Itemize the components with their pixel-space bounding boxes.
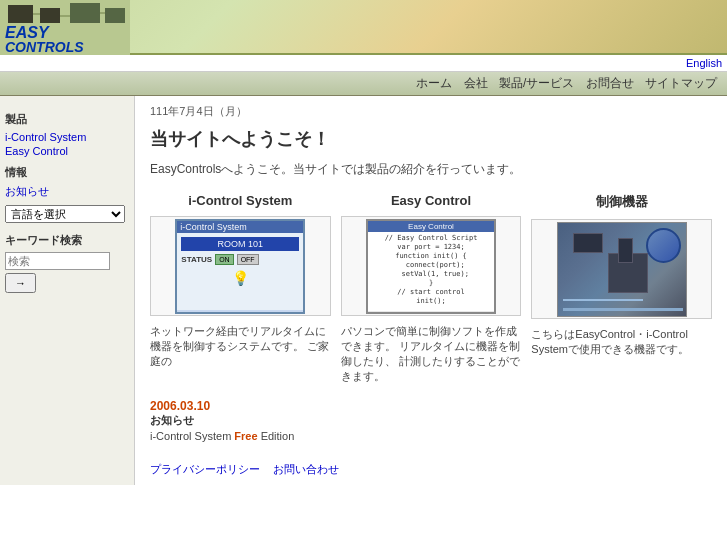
code-line-4: connect(port);	[370, 261, 492, 270]
trace-2	[563, 299, 643, 301]
icontrol-bulb-icon: 💡	[232, 268, 248, 288]
code-line-7: // start control	[370, 288, 492, 297]
product-easycontrol-desc: パソコンで簡単に制御ソフトを作成できます。 リアルタイムに機器を制御したり、 計…	[341, 324, 522, 384]
chip-3	[618, 238, 633, 263]
easycontrol-screen: Easy Control // Easy Control Script var …	[366, 219, 496, 314]
sidebar: 製品 i-Control System Easy Control 情報 お知らせ…	[0, 96, 135, 485]
search-button[interactable]: →	[5, 273, 36, 293]
product-hardware-desc: こちらはEasyControl・i-Control Systemで使用できる機器…	[531, 327, 712, 357]
product-hardware-title: 制御機器	[531, 193, 712, 211]
news-free-label: Free	[234, 430, 257, 442]
product-icontrol-title: i-Control System	[150, 193, 331, 208]
sidebar-info-link[interactable]: お知らせ	[5, 184, 129, 199]
icontrol-title-bar: i-Control System	[177, 221, 303, 233]
icontrol-screen: i-Control System ROOM 101 STATUS ON OFF …	[175, 219, 305, 314]
code-line-2: var port = 1234;	[370, 243, 492, 252]
news-section: 2006.03.10 お知らせ i-Control System Free Ed…	[150, 399, 712, 442]
code-line-3: function init() {	[370, 252, 492, 261]
product-grid: i-Control System i-Control System ROOM 1…	[150, 193, 712, 384]
code-line-1: // Easy Control Script	[370, 234, 492, 243]
main-content: 111年7月4日（月） 当サイトへようこそ！ EasyControlsへようこそ…	[135, 96, 727, 485]
sidebar-info-title: 情報	[5, 165, 129, 180]
sidebar-products-title: 製品	[5, 112, 129, 127]
product-col-hardware: 制御機器 こちらはEasyControl・i-Control Systemで使用…	[531, 193, 712, 384]
sidebar-lang-select-wrap: 言語を選択 日本語 English	[5, 205, 129, 223]
news-body: i-Control System Free Edition	[150, 430, 712, 442]
page-title: 当サイトへようこそ！	[150, 127, 712, 151]
footer-links: プライバシーポリシー お問い合わせ	[150, 462, 712, 477]
news-body-prefix: i-Control System	[150, 430, 234, 442]
nav-products[interactable]: 製品/サービス	[499, 76, 574, 90]
nav-bar: ホーム 会社 製品/サービス お問合せ サイトマップ	[0, 72, 727, 96]
news-title: お知らせ	[150, 413, 712, 428]
easycontrol-body: // Easy Control Script var port = 1234; …	[368, 232, 494, 311]
sidebar-lang-select[interactable]: 言語を選択 日本語 English	[5, 205, 125, 223]
header	[0, 0, 727, 55]
nav-home[interactable]: ホーム	[416, 76, 452, 90]
icontrol-body: ROOM 101 STATUS ON OFF 💡	[177, 233, 303, 310]
code-line-5: setVal(1, true);	[370, 270, 492, 279]
chip-1	[573, 233, 603, 253]
sidebar-item-icontrol[interactable]: i-Control System	[5, 131, 129, 143]
code-line-6: }	[370, 279, 492, 288]
intro-text: EasyControlsへようこそ。当サイトでは製品の紹介を行っています。	[150, 161, 712, 178]
product-icontrol-img: i-Control System ROOM 101 STATUS ON OFF …	[150, 216, 331, 316]
icontrol-status-row: STATUS ON OFF	[181, 254, 299, 265]
product-easycontrol-title: Easy Control	[341, 193, 522, 208]
code-line-8: init();	[370, 297, 492, 306]
icontrol-on-btn[interactable]: ON	[215, 254, 234, 265]
hardware-board-image	[557, 222, 687, 317]
sidebar-search-title: キーワード検索	[5, 233, 129, 248]
icontrol-status-label: STATUS	[181, 255, 212, 264]
icontrol-room: ROOM 101	[181, 237, 299, 251]
date-header: 111年7月4日（月）	[150, 104, 712, 119]
language-bar: English	[0, 55, 727, 72]
product-hardware-img	[531, 219, 712, 319]
product-icontrol-desc: ネットワーク経由でリアルタイムに機器を制御するシステムです。 ご家庭の	[150, 324, 331, 369]
capacitor-1	[646, 228, 681, 263]
english-lang-link[interactable]: English	[686, 57, 722, 69]
nav-sitemap[interactable]: サイトマップ	[645, 76, 717, 90]
news-date: 2006.03.10	[150, 399, 712, 413]
product-col-icontrol: i-Control System i-Control System ROOM 1…	[150, 193, 331, 384]
easycontrol-title-bar: Easy Control	[368, 221, 494, 232]
footer-contact-link[interactable]: お問い合わせ	[273, 463, 339, 475]
nav-company[interactable]: 会社	[464, 76, 488, 90]
search-input[interactable]	[5, 252, 110, 270]
icontrol-off-btn[interactable]: OFF	[237, 254, 259, 265]
footer-privacy-link[interactable]: プライバシーポリシー	[150, 463, 260, 475]
product-col-easycontrol: Easy Control Easy Control // Easy Contro…	[341, 193, 522, 384]
logo-canvas	[0, 0, 130, 55]
news-body-suffix: Edition	[258, 430, 295, 442]
product-easycontrol-img: Easy Control // Easy Control Script var …	[341, 216, 522, 316]
nav-contact[interactable]: お問合せ	[586, 76, 634, 90]
trace-1	[563, 308, 683, 311]
sidebar-item-easycontrol[interactable]: Easy Control	[5, 145, 129, 157]
layout: 製品 i-Control System Easy Control 情報 お知らせ…	[0, 96, 727, 485]
